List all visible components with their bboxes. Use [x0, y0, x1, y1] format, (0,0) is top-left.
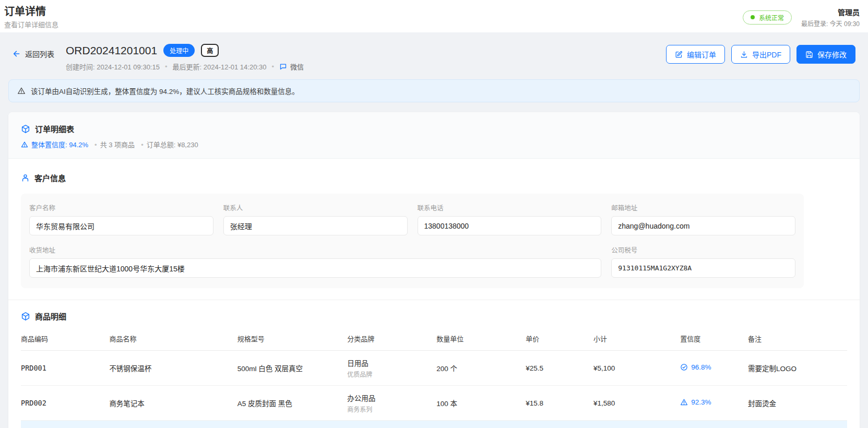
table-header-row: 商品编码 商品名称 规格型号 分类品牌 数量单位 单价 小计 置信度 备注 — [21, 329, 847, 351]
product-subtotal: ¥1,600 — [593, 421, 680, 428]
product-row: PRD001 不锈钢保温杯 500ml 白色 双层真空 日用品 优质品牌 200… — [21, 351, 847, 386]
field-label: 客户名称 — [29, 203, 213, 212]
product-spec: 500ml 白色 双层真空 — [237, 351, 348, 386]
ai-confidence-alert: 该订单由AI自动识别生成，整体置信度为 94.2%，建议人工核实商品规格和数量信… — [8, 79, 860, 102]
created-time: 创建时间: 2024-12-01 09:30:15 — [66, 62, 160, 72]
product-category: 日用品 优质品牌 — [347, 351, 436, 386]
category-brand: 优质品牌 — [347, 370, 432, 378]
product-note: 需要定制LOGO — [748, 351, 847, 386]
field-email: 邮箱地址 — [611, 203, 795, 235]
channel-label: 微信 — [290, 62, 304, 72]
product-name-link[interactable]: 定制徽章 需要确认 — [109, 421, 237, 428]
product-subtotal: ¥1,580 — [593, 386, 680, 421]
field-label: 公司税号 — [611, 245, 795, 255]
category-main: 日用品 — [347, 358, 432, 368]
page-title: 订单详情 — [4, 5, 58, 18]
col-header-confidence: 置信度 — [680, 329, 748, 351]
page-title-block: 订单详情 查看订单详细信息 — [4, 5, 58, 29]
save-changes-button[interactable]: 保存修改 — [796, 45, 855, 64]
product-price: ¥25.5 — [526, 351, 593, 386]
product-category: 定制品 定制生产 — [347, 421, 436, 428]
order-header: 返回列表 ORD20241201001 处理中 高 创建时间: 2024-12-… — [8, 41, 860, 72]
dot-separator — [271, 63, 274, 70]
product-qty: 100 本 — [436, 386, 526, 421]
product-note: 需要提供设计稿 — [748, 421, 847, 428]
customer-name-input[interactable] — [29, 216, 213, 235]
product-category: 办公用品 商务系列 — [347, 386, 436, 421]
field-contact: 联系人 — [223, 203, 408, 235]
channel-tag: 微信 — [279, 62, 304, 72]
product-qty: 200 个 — [436, 351, 526, 386]
confidence-badge[interactable]: 96.8% — [680, 363, 711, 371]
edit-icon — [675, 51, 683, 58]
system-status-badge: 系统正常 — [743, 10, 792, 25]
product-spec: 直径3cm 金属材质 — [237, 421, 348, 428]
product-subtotal: ¥5,100 — [593, 351, 680, 386]
last-login: 最后登录: 今天 09:30 — [801, 19, 860, 28]
item-count: 共 3 项商品 — [94, 139, 135, 149]
phone-input[interactable] — [418, 216, 602, 235]
overall-confidence-value: 整体置信度: 94.2% — [31, 139, 88, 149]
order-summary-header: 订单明细表 整体置信度: 94.2% 共 3 项商品 订单总额: ¥8,230 — [8, 112, 860, 159]
priority-badge: 高 — [201, 44, 219, 57]
warning-triangle-icon — [17, 87, 26, 95]
user-block: 管理员 最后登录: 今天 09:30 — [801, 7, 860, 28]
back-arrow-icon — [13, 50, 21, 58]
col-header-subtotal: 小计 — [593, 329, 680, 351]
email-input[interactable] — [611, 216, 795, 235]
customer-info-section: 客户信息 客户名称 联系人 联系电话 — [8, 159, 860, 300]
col-header-name: 商品名称 — [109, 329, 237, 351]
package-icon — [21, 124, 30, 134]
product-code: PRD001 — [21, 351, 109, 386]
status-dot-icon — [751, 15, 755, 19]
product-detail-title: 商品明细 — [35, 311, 66, 322]
col-header-price: 单价 — [526, 329, 593, 351]
export-pdf-label: 导出PDF — [752, 49, 781, 60]
confidence-value: 92.3% — [691, 398, 711, 406]
package-icon — [21, 312, 30, 321]
overall-confidence-link[interactable]: 整体置信度: 94.2% — [21, 139, 88, 149]
tax-id-input[interactable] — [611, 258, 795, 278]
order-id: ORD20241201001 — [66, 44, 157, 57]
address-input[interactable] — [29, 258, 601, 278]
export-pdf-button[interactable]: 导出PDF — [731, 45, 790, 64]
field-label: 联系人 — [223, 203, 408, 212]
back-to-list-link[interactable]: 返回列表 — [13, 49, 54, 59]
order-detail-card: 订单明细表 整体置信度: 94.2% 共 3 项商品 订单总额: ¥8,230 … — [8, 112, 860, 428]
edit-order-label: 编辑订单 — [687, 49, 716, 60]
page-subtitle: 查看订单详细信息 — [4, 19, 58, 29]
product-qty: 500 枚 — [436, 421, 526, 428]
edit-order-button[interactable]: 编辑订单 — [666, 45, 725, 64]
status-badge: 处理中 — [163, 44, 195, 57]
product-name: 商务笔记本 — [109, 386, 237, 421]
contact-input[interactable] — [223, 216, 408, 235]
customer-fields-panel: 客户名称 联系人 联系电话 邮箱地址 — [21, 194, 804, 288]
col-header-qty: 数量单位 — [436, 329, 526, 351]
save-icon — [805, 51, 813, 58]
product-spec: A5 皮质封面 黑色 — [237, 386, 348, 421]
product-price: ¥15.8 — [526, 386, 593, 421]
dot-separator — [165, 63, 168, 70]
confidence-badge[interactable]: 92.3% — [680, 398, 711, 406]
product-code: PRD003 — [21, 421, 109, 428]
check-circle-icon — [680, 363, 688, 371]
field-phone: 联系电话 — [418, 203, 602, 235]
col-header-spec: 规格型号 — [237, 329, 348, 351]
product-row-highlighted: PRD003 定制徽章 需要确认 直径3cm 金属材质 定制品 定制生产 500… — [21, 421, 847, 428]
product-code: PRD002 — [21, 386, 109, 421]
user-name: 管理员 — [801, 7, 860, 17]
col-header-code: 商品编码 — [21, 329, 109, 351]
col-header-category: 分类品牌 — [347, 329, 436, 351]
product-detail-section: 商品明细 商品编码 商品名称 规格型号 分类品牌 数量单位 单价 小计 — [8, 300, 860, 428]
updated-time: 最后更新: 2024-12-01 14:20:30 — [173, 62, 267, 72]
field-tax-id: 公司税号 — [611, 245, 795, 278]
product-table: 商品编码 商品名称 规格型号 分类品牌 数量单位 单价 小计 置信度 备注 PR… — [21, 329, 847, 428]
customer-info-title: 客户信息 — [34, 172, 66, 183]
page-header: 订单详情 查看订单详细信息 系统正常 管理员 最后登录: 今天 09:30 — [0, 0, 868, 32]
back-label: 返回列表 — [25, 49, 54, 59]
person-icon — [21, 173, 30, 182]
chat-bubble-icon — [279, 63, 287, 70]
field-label: 联系电话 — [418, 203, 602, 212]
order-summary-title: 订单明细表 — [35, 123, 74, 134]
warning-triangle-icon — [680, 398, 688, 406]
